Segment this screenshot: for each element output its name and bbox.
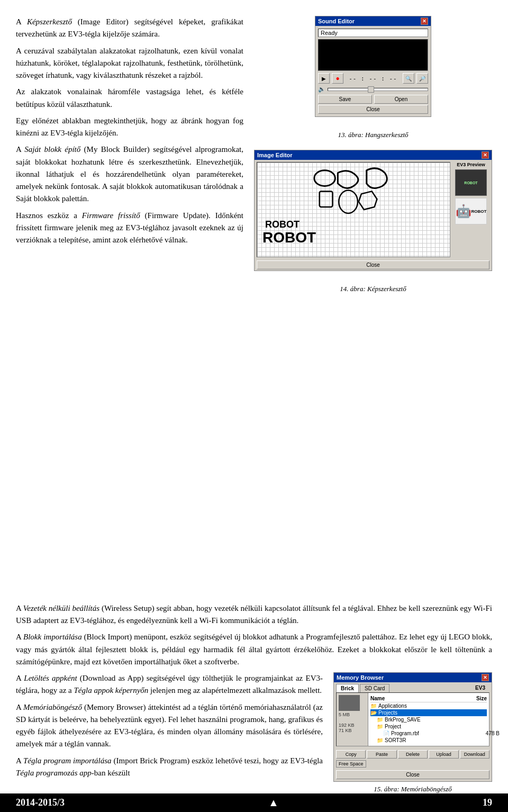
robot-label: ROBOT xyxy=(471,209,487,214)
image-editor-window: Image Editor ✕ xyxy=(254,150,492,271)
svg-point-0 xyxy=(314,170,335,186)
image-editor-title: Image Editor xyxy=(257,152,293,158)
lower-left-text: A Letöltés appként (Download as App) seg… xyxy=(16,672,323,793)
volume-track[interactable] xyxy=(328,88,428,91)
robot-text-large: ROBOT xyxy=(262,229,316,246)
mb-label-project: Project xyxy=(385,724,401,729)
mb-copy-btn[interactable]: Copy xyxy=(336,750,366,759)
zoom-out-button[interactable]: 🔎 xyxy=(416,73,428,84)
memory-browser-window: Memory Browser ✕ Brick SD Card EV3 xyxy=(333,672,492,782)
mb-size-5mb: 5 MB xyxy=(339,695,366,717)
page-footer: 2014-2015/3 ▲ 19 xyxy=(0,793,508,812)
ev3-preview-label: EV3 Preview xyxy=(457,162,485,167)
image-editor-close-btn[interactable]: ✕ xyxy=(482,151,489,159)
sound-editor-close-action[interactable]: Close xyxy=(318,105,428,114)
mb-size-program: 478 B xyxy=(486,730,500,736)
mb-tab-brick[interactable]: Brick xyxy=(336,684,359,692)
main-content: A Képszerkesztő (Image Editor) segítségé… xyxy=(0,0,508,597)
mb-left-panel: 5 MB 192 KB 71 KB xyxy=(337,693,368,746)
page-container: A Képszerkesztő (Image Editor) segítségé… xyxy=(0,0,508,812)
preview-robot-text: ROBOT xyxy=(464,181,477,185)
open-button[interactable]: Open xyxy=(374,95,428,104)
mb-item-project[interactable]: 📁 Project xyxy=(377,723,487,730)
sound-editor-title: Sound Editor xyxy=(318,18,355,24)
mb-titlebar: Memory Browser ✕ xyxy=(334,673,492,682)
mb-label-projects: Projects xyxy=(378,710,397,716)
file-icon-program: 📄 xyxy=(383,730,389,736)
mb-close-btn[interactable]: ✕ xyxy=(482,674,489,681)
storage-bar-5mb xyxy=(339,695,360,711)
memory-browser-section: Memory Browser ✕ Brick SD Card EV3 xyxy=(333,672,492,793)
waveform-display xyxy=(318,39,428,71)
save-open-row: Save Open xyxy=(318,95,428,104)
mb-close-action[interactable]: Close xyxy=(336,770,489,779)
time-display: -- : -- : -- xyxy=(346,75,401,82)
controls-row: ▶ ● -- : -- : -- 🔍 🔎 xyxy=(318,73,428,84)
mb-delete-btn[interactable]: Delete xyxy=(398,750,428,759)
sound-editor-body: Ready ▶ ● -- : -- : -- 🔍 🔎 🔈 xyxy=(315,26,431,116)
mb-item-brkprog[interactable]: 📁 BrkProg_SAVE xyxy=(377,716,487,723)
folder-icon-brkprog: 📁 xyxy=(377,717,383,723)
folder-icon-project: 📁 xyxy=(377,724,383,729)
mb-upload-btn[interactable]: Upload xyxy=(429,750,458,759)
paragraph-6: Hasznos eszköz a Firmware frissítő (Firm… xyxy=(16,210,243,247)
zoom-in-button[interactable]: 🔍 xyxy=(403,73,414,84)
save-button[interactable]: Save xyxy=(318,95,372,104)
image-canvas[interactable]: ROBOT ROBOT xyxy=(257,162,450,257)
mb-item-applications[interactable]: 📁 Applications xyxy=(370,702,487,709)
image-editor-body: ROBOT ROBOT EV3 Preview ROBOT 🤖 ROBOT xyxy=(255,160,492,259)
robot-icon-panel: 🤖 ROBOT xyxy=(455,198,487,224)
paragraph-2: A ceruzával szabálytalan alakzatokat raj… xyxy=(16,45,243,82)
full-para-4: A Memóriaböngésző (Memory Browser) áttek… xyxy=(16,701,323,751)
full-para-2: A Blokk importálása (Block Import) menüp… xyxy=(16,631,492,668)
full-para-1: A Vezeték nélküli beállítás (Wireless Se… xyxy=(16,602,492,627)
volume-icon: 🔈 xyxy=(318,86,325,93)
image-editor-close-row: Close xyxy=(255,259,492,270)
mb-close-row: Close xyxy=(334,769,492,781)
robot-icon: 🤖 xyxy=(456,204,471,219)
sound-editor-titlebar: Sound Editor ✕ xyxy=(315,16,431,26)
robot-text-small: ROBOT xyxy=(265,219,300,230)
mb-tab-sd[interactable]: SD Card xyxy=(360,684,389,692)
image-editor-close-action[interactable]: Close xyxy=(257,260,489,269)
mb-size-lower: 192 KB 71 KB xyxy=(339,723,366,733)
mb-col-name: Name xyxy=(370,696,460,701)
volume-thumb[interactable] xyxy=(368,86,374,93)
svg-point-2 xyxy=(339,190,358,213)
image-editor-caption: 14. ábra: Képszerkesztő xyxy=(254,285,492,293)
mb-download-btn[interactable]: Download xyxy=(460,750,489,759)
folder-icon-applications: 📁 xyxy=(370,703,377,709)
mb-label-program: Program.rbf xyxy=(391,730,419,736)
image-editor-titlebar: Image Editor ✕ xyxy=(255,150,492,160)
mb-actions: Copy Paste Delete Upload Download xyxy=(334,748,492,760)
mb-body: 5 MB 192 KB 71 KB Name Size xyxy=(336,692,489,746)
mb-label-applications: Applications xyxy=(378,703,407,709)
full-width-section: A Vezeték nélküli beállítás (Wireless Se… xyxy=(0,602,508,793)
mb-item-program[interactable]: 📄 Program.rbf 478 B xyxy=(383,730,500,737)
mb-item-sort3r[interactable]: 📁 SORT3R xyxy=(377,737,487,744)
folder-icon-sort3r: 📁 xyxy=(377,737,383,743)
record-button[interactable]: ● xyxy=(332,73,343,84)
right-column: Sound Editor ✕ Ready ▶ ● -- : -- : -- 🔍 … xyxy=(254,16,492,597)
memory-browser-caption: 15. ábra: Memóriaböngésző xyxy=(333,785,492,793)
mb-label-brkprog: BrkProg_SAVE xyxy=(385,717,421,723)
mb-title: Memory Browser xyxy=(337,674,384,681)
mb-paste-btn[interactable]: Paste xyxy=(367,750,396,759)
mb-tabs: Brick SD Card EV3 xyxy=(334,682,492,692)
mb-ev3-label: EV3 xyxy=(471,684,489,692)
mb-col-size: Size xyxy=(460,696,487,701)
mb-free-space-label: Free Space xyxy=(336,760,366,768)
lower-section: A Letöltés appként (Download as App) seg… xyxy=(16,672,492,793)
sound-editor-status: Ready xyxy=(318,29,428,37)
mb-item-projects[interactable]: 📂 Projects xyxy=(370,709,487,716)
footer-triangle: ▲ xyxy=(65,797,483,809)
paragraph-3: Az alakzatok vonalainak háromféle vastag… xyxy=(16,86,243,111)
full-para-5: A Tégla program importálása (Import Bric… xyxy=(16,755,323,780)
sound-editor-close-btn[interactable]: ✕ xyxy=(421,17,428,25)
paragraph-1: A Képszerkesztő (Image Editor) segítségé… xyxy=(16,16,243,41)
mb-columns-header: Name Size xyxy=(370,695,487,702)
left-column: A Képszerkesztő (Image Editor) segítségé… xyxy=(16,16,243,597)
ev3-preview-panel: EV3 Preview ROBOT 🤖 ROBOT xyxy=(452,162,489,257)
mb-file-tree: Name Size 📁 Applications 📂 P xyxy=(368,693,489,746)
play-button[interactable]: ▶ xyxy=(318,73,330,84)
